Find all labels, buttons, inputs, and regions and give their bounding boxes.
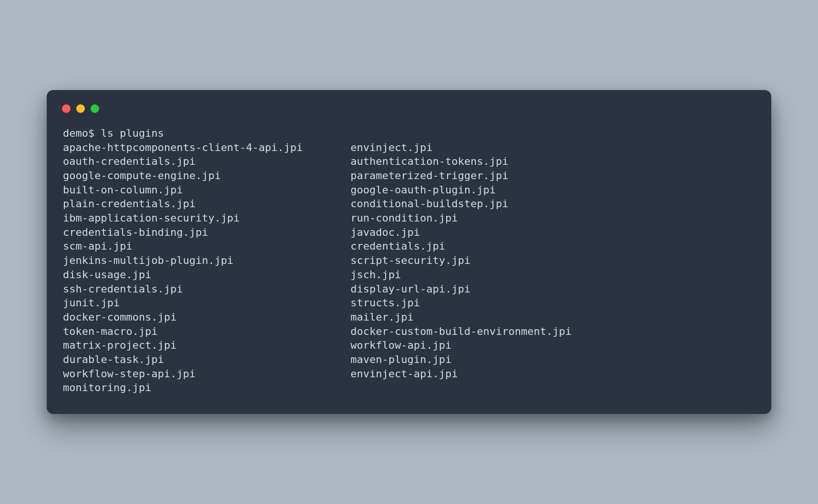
- list-item: token-macro.jpi: [63, 324, 303, 339]
- list-item: workflow-api.jpi: [350, 338, 572, 353]
- list-item: ssh-credentials.jpi: [63, 282, 303, 296]
- list-item: run-condition.jpi: [350, 211, 572, 225]
- list-item: google-oauth-plugin.jpi: [350, 183, 572, 197]
- list-item: apache-httpcomponents-client-4-api.jpi: [63, 141, 303, 155]
- terminal-body[interactable]: demo$ ls plugins apache-httpcomponents-c…: [60, 126, 758, 395]
- list-item: script-security.jpi: [350, 253, 572, 268]
- list-item: docker-custom-build-environment.jpi: [350, 324, 572, 339]
- list-item: parameterized-trigger.jpi: [350, 169, 572, 183]
- close-window-button[interactable]: [62, 104, 71, 113]
- list-item: envinject-api.jpi: [350, 367, 572, 381]
- shell-command: ls plugins: [101, 127, 164, 139]
- list-item: structs.jpi: [350, 296, 572, 310]
- list-item: scm-api.jpi: [63, 239, 303, 253]
- list-item: jenkins-multijob-plugin.jpi: [63, 253, 303, 268]
- maximize-window-button[interactable]: [91, 104, 99, 113]
- list-item: docker-commons.jpi: [63, 310, 303, 324]
- command-line: demo$ ls plugins: [63, 126, 758, 141]
- list-item: built-on-column.jpi: [63, 183, 303, 197]
- list-item: matrix-project.jpi: [63, 338, 303, 353]
- list-item: oauth-credentials.jpi: [63, 154, 303, 169]
- list-item: disk-usage.jpi: [63, 268, 303, 282]
- list-item: authentication-tokens.jpi: [350, 154, 572, 169]
- list-item: credentials.jpi: [350, 239, 572, 253]
- list-item: envinject.jpi: [350, 141, 572, 155]
- minimize-window-button[interactable]: [76, 104, 85, 113]
- list-item: junit.jpi: [63, 296, 303, 310]
- shell-prompt: demo$: [63, 127, 101, 139]
- list-item: javadoc.jpi: [350, 225, 572, 240]
- list-item: monitoring.jpi: [63, 381, 303, 395]
- list-item: jsch.jpi: [350, 268, 572, 282]
- ls-column-1: apache-httpcomponents-client-4-api.jpi o…: [63, 141, 303, 395]
- list-item: display-url-api.jpi: [350, 282, 572, 296]
- list-item: credentials-binding.jpi: [63, 225, 303, 240]
- list-item: maven-plugin.jpi: [350, 353, 572, 367]
- list-item: durable-task.jpi: [63, 353, 303, 367]
- list-item: workflow-step-api.jpi: [63, 367, 303, 381]
- terminal-window: demo$ ls plugins apache-httpcomponents-c…: [47, 90, 771, 414]
- ls-output: apache-httpcomponents-client-4-api.jpi o…: [63, 141, 758, 395]
- window-titlebar: [60, 101, 758, 126]
- list-item: conditional-buildstep.jpi: [350, 197, 572, 211]
- list-item: plain-credentials.jpi: [63, 197, 303, 211]
- list-item: mailer.jpi: [350, 310, 572, 324]
- ls-column-2: envinject.jpi authentication-tokens.jpi …: [350, 141, 572, 395]
- list-item: google-compute-engine.jpi: [63, 169, 303, 183]
- list-item: ibm-application-security.jpi: [63, 211, 303, 225]
